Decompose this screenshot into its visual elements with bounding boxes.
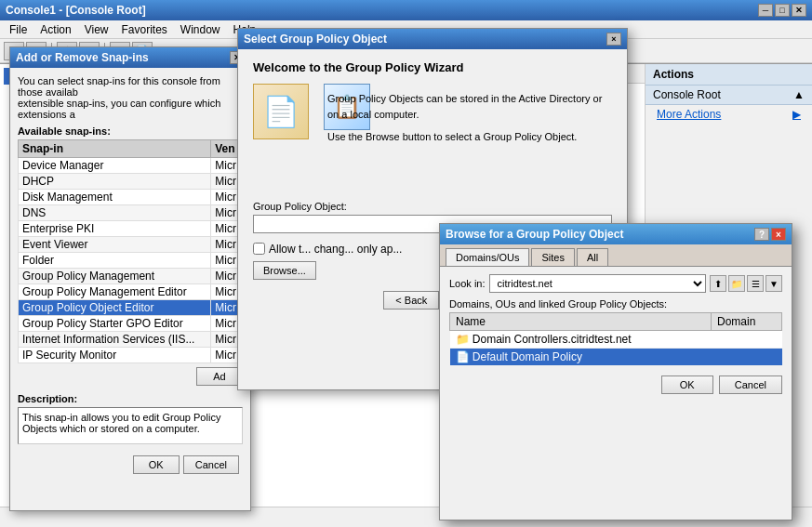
minimize-button[interactable]: ─ bbox=[758, 4, 773, 17]
browse-table: Name Domain 📁 Domain Controllers.citridt… bbox=[449, 312, 782, 366]
gpo-field-label: Group Policy Object: bbox=[253, 201, 612, 212]
snapin-row[interactable]: Enterprise PKIMicr bbox=[19, 221, 243, 237]
browse-cancel-button[interactable]: Cancel bbox=[719, 375, 782, 394]
browse-row-name: 📄 Default Domain Policy bbox=[450, 349, 712, 366]
snapin-name: DHCP bbox=[19, 174, 211, 190]
menu-favorites[interactable]: Favorites bbox=[116, 21, 173, 38]
snapin-btn-row: OK Cancel bbox=[18, 452, 243, 478]
browse-tabs: Domains/OUs Sites All bbox=[440, 244, 792, 267]
gpo-welcome-title: Welcome to the Group Policy Wizard bbox=[253, 60, 612, 74]
dialog-browse-title: Browse for a Group Policy Object bbox=[446, 228, 623, 241]
dialog-browse: Browse for a Group Policy Object ? × Dom… bbox=[439, 223, 792, 520]
close-button[interactable]: ✕ bbox=[792, 4, 806, 17]
actions-title: Actions bbox=[646, 64, 812, 86]
snapin-name: Folder bbox=[19, 253, 211, 269]
snapin-row[interactable]: Disk ManagementMicr bbox=[19, 190, 243, 205]
gpo-icon-area: 📄 bbox=[253, 84, 309, 139]
browse-look-in: Look in: citridtest.net ⬆ 📁 ☰ ▼ bbox=[449, 274, 782, 293]
dialog-add-snapin-titlebar[interactable]: Add or Remove Snap-ins ✕ bbox=[10, 47, 250, 68]
gpo-checkbox[interactable] bbox=[253, 243, 265, 255]
snapin-description-top: You can select snap-ins for this console… bbox=[18, 75, 243, 120]
browse-table-row[interactable]: 📁 Domain Controllers.citridtest.net bbox=[450, 331, 782, 349]
dialog-browse-titlebar[interactable]: Browse for a Group Policy Object ? × bbox=[440, 224, 792, 244]
browse-table-body: 📁 Domain Controllers.citridtest.net📄 Def… bbox=[450, 331, 782, 366]
actions-expand-icon: ▲ bbox=[793, 88, 805, 101]
actions-section-header: Console Root ▲ bbox=[646, 86, 812, 105]
snapin-row[interactable]: Group Policy ManagementMicr bbox=[19, 269, 243, 284]
dialog-gpo-titlebar[interactable]: Select Group Policy Object × bbox=[238, 29, 627, 49]
gpo-checkbox-label: Allow t... chang... only ap... bbox=[269, 243, 402, 256]
snapin-name: Internet Information Services (IIS... bbox=[19, 332, 211, 348]
look-in-select[interactable]: citridtest.net bbox=[489, 274, 706, 293]
snapin-name: Group Policy Management Editor bbox=[19, 284, 211, 300]
restore-button[interactable]: □ bbox=[775, 4, 790, 17]
add-snapin-button[interactable]: Ad bbox=[196, 367, 243, 386]
browse-icon-view[interactable]: ☰ bbox=[747, 275, 764, 292]
dialog-gpo-title: Select Group Policy Object bbox=[244, 33, 387, 46]
snapin-cancel-button[interactable]: Cancel bbox=[183, 455, 239, 474]
snapin-row[interactable]: Internet Information Services (IIS...Mic… bbox=[19, 332, 243, 348]
gpo-back-button[interactable]: < Back bbox=[383, 291, 439, 310]
browse-tab-all[interactable]: All bbox=[577, 248, 608, 266]
title-text: Console1 - [Console Root] bbox=[6, 4, 146, 17]
browse-tab-domains[interactable]: Domains/OUs bbox=[446, 248, 529, 266]
browse-domains-label: Domains, OUs and linked Group Policy Obj… bbox=[449, 298, 782, 310]
snapin-row[interactable]: DHCPMicr bbox=[19, 174, 243, 190]
gpo-info-text-2: Use the Browse button to select a Group … bbox=[327, 129, 612, 145]
menu-action[interactable]: Action bbox=[34, 21, 76, 38]
browse-tab-sites[interactable]: Sites bbox=[531, 248, 574, 266]
snapin-name: Group Policy Starter GPO Editor bbox=[19, 316, 211, 332]
snapin-row[interactable]: DNSMicr bbox=[19, 205, 243, 221]
browse-icon-folder[interactable]: 📁 bbox=[728, 275, 745, 292]
dialog-browse-help[interactable]: ? bbox=[754, 228, 769, 241]
browse-ok-button[interactable]: OK bbox=[661, 375, 713, 394]
browse-title-buttons: ? × bbox=[754, 228, 786, 241]
gpo-document-icon: 📄 bbox=[253, 84, 309, 139]
snapin-name: Event Viewer bbox=[19, 237, 211, 253]
snapin-row[interactable]: IP Security MonitorMicr bbox=[19, 348, 243, 363]
snapin-name: Device Manager bbox=[19, 158, 211, 174]
browse-icon-up[interactable]: ⬆ bbox=[710, 275, 726, 292]
browse-row-name: 📁 Domain Controllers.citridtest.net bbox=[450, 331, 712, 349]
snapin-row[interactable]: Group Policy Starter GPO EditorMicr bbox=[19, 316, 243, 332]
menu-file[interactable]: File bbox=[4, 21, 33, 38]
menu-view[interactable]: View bbox=[79, 21, 114, 38]
browse-body: Look in: citridtest.net ⬆ 📁 ☰ ▼ Domains,… bbox=[440, 267, 792, 402]
description-label: Description: bbox=[18, 393, 243, 404]
browse-toolbar-icons: ⬆ 📁 ☰ ▼ bbox=[710, 275, 782, 292]
dialog-add-snapin-body: You can select snap-ins for this console… bbox=[10, 68, 250, 485]
dialog-add-snapin-title: Add or Remove Snap-ins bbox=[16, 51, 149, 64]
snapin-name: IP Security Monitor bbox=[19, 348, 211, 363]
dialog-gpo-close[interactable]: × bbox=[606, 33, 621, 46]
snapin-name: DNS bbox=[19, 205, 211, 221]
browse-btn-row: OK Cancel bbox=[449, 375, 782, 394]
snapin-row[interactable]: Device ManagerMicr bbox=[19, 158, 243, 174]
snapin-row[interactable]: Group Policy Management EditorMicr bbox=[19, 284, 243, 300]
browse-table-row[interactable]: 📄 Default Domain Policy bbox=[450, 349, 782, 366]
col-snapin: Snap-in bbox=[19, 140, 211, 158]
snapin-ok-button[interactable]: OK bbox=[133, 455, 180, 474]
dialog-browse-close[interactable]: × bbox=[771, 228, 786, 241]
snapin-row[interactable]: Group Policy Object EditorMicr bbox=[19, 300, 243, 316]
menu-window[interactable]: Window bbox=[175, 21, 226, 38]
browse-col-name: Name bbox=[450, 313, 712, 331]
snapin-table: Snap-in Ven Device ManagerMicrDHCPMicrDi… bbox=[18, 139, 243, 363]
snapin-name: Group Policy Object Editor bbox=[19, 300, 211, 316]
description-box: Description: This snap-in allows you to … bbox=[18, 393, 243, 444]
gpo-info-text-1: Group Policy Objects can be stored in th… bbox=[327, 91, 612, 122]
more-actions-item[interactable]: More Actions ▶ bbox=[646, 105, 812, 124]
browse-col-domain: Domain bbox=[712, 313, 782, 331]
browse-icon-dropdown[interactable]: ▼ bbox=[765, 275, 782, 292]
browse-row-domain bbox=[712, 331, 782, 349]
title-bar-buttons[interactable]: ─ □ ✕ bbox=[758, 4, 806, 17]
snapin-name: Disk Management bbox=[19, 190, 211, 205]
gpo-browse-button[interactable]: Browse... bbox=[253, 261, 316, 280]
snapin-row[interactable]: Event ViewerMicr bbox=[19, 237, 243, 253]
actions-section-label: Console Root bbox=[653, 88, 721, 101]
available-snapins-label: Available snap-ins: bbox=[18, 125, 243, 137]
look-in-label: Look in: bbox=[449, 278, 486, 289]
snapin-name: Enterprise PKI bbox=[19, 221, 211, 237]
snapin-row[interactable]: FolderMicr bbox=[19, 253, 243, 269]
snapin-name: Group Policy Management bbox=[19, 269, 211, 284]
title-bar: Console1 - [Console Root] ─ □ ✕ bbox=[0, 0, 812, 20]
